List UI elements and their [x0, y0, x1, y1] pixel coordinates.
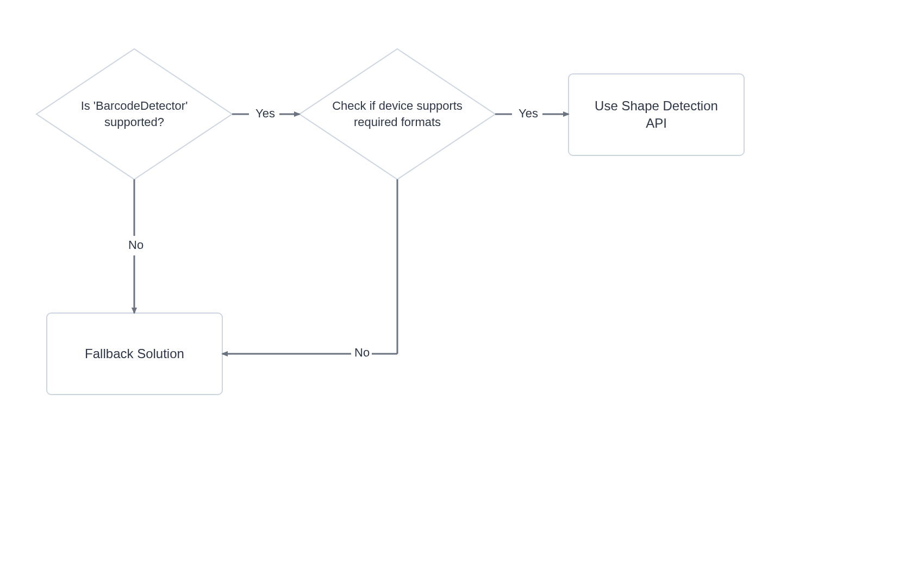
svg-rect-1: [47, 313, 222, 395]
svg-rect-0: [569, 74, 744, 155]
decision-device-formats: [299, 49, 495, 179]
flowchart-canvas: [0, 0, 924, 575]
process-fallback: [47, 313, 222, 395]
edge-no-2: [222, 179, 397, 354]
decision-barcode-detector: [36, 49, 232, 179]
process-use-shape-api: [569, 74, 744, 155]
